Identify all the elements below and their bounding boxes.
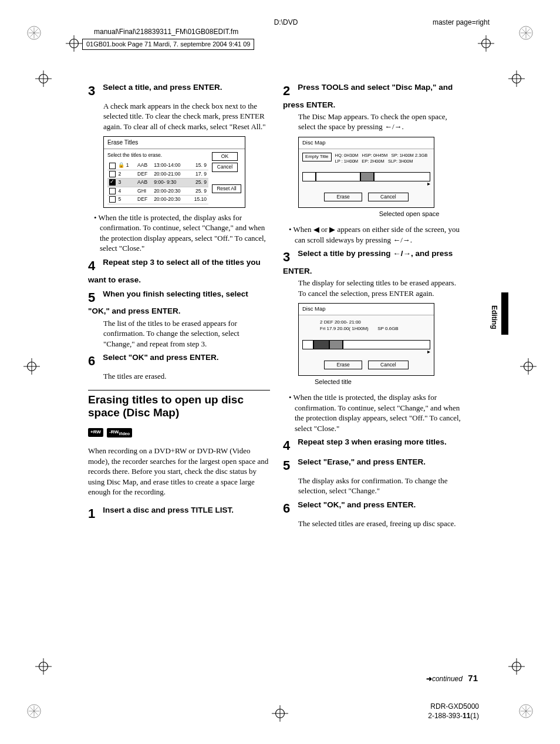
reg-mark bbox=[26, 703, 42, 719]
page-header: D:\DVD master page=right manual\Final\21… bbox=[82, 18, 490, 50]
step-5-head: When you finish selecting titles, select… bbox=[88, 289, 248, 316]
reg-mark bbox=[26, 25, 42, 41]
step-number: 5 bbox=[88, 289, 101, 307]
ok-button[interactable]: OK bbox=[212, 152, 238, 161]
cross-mark bbox=[272, 705, 288, 722]
dm1-title: Disc Map bbox=[299, 137, 434, 149]
step-6-head: Select "OK" and press ENTER. bbox=[103, 353, 218, 362]
step-6r-body: The selected titles are erased, freeing … bbox=[298, 519, 465, 529]
dm2-caption: Selected title bbox=[315, 378, 465, 386]
reset-all-button[interactable]: Reset All bbox=[212, 184, 241, 193]
step-3-head: Select a title, and press ENTER. bbox=[103, 83, 222, 92]
dm1-erase-button[interactable]: Erase bbox=[324, 193, 362, 201]
cross-mark bbox=[35, 658, 52, 675]
step-number: 3 bbox=[88, 82, 101, 100]
step-number: 4 bbox=[283, 437, 296, 455]
step-number: 2 bbox=[283, 82, 296, 100]
step-4r-head: Repeat step 3 when erasing more titles. bbox=[298, 437, 447, 446]
dm1-caption: Selected open space bbox=[353, 210, 465, 218]
table-row: 2DEF20:00-21:0017. 9 bbox=[107, 170, 208, 178]
section-intro: When recording on a DVD+RW or DVD-RW (Vi… bbox=[88, 446, 270, 497]
title-table: 🔒 1AAB13:00-14:0015. 9 2DEF20:00-21:0017… bbox=[107, 161, 208, 204]
cross-mark bbox=[508, 70, 525, 87]
section-title: Erasing titles to open up disc space (Di… bbox=[88, 390, 270, 420]
cancel-button[interactable]: Cancel bbox=[212, 163, 238, 171]
badge-plus-rw: +RW bbox=[88, 428, 103, 437]
erase-titles-panel: Erase Titles Select the titles to erase.… bbox=[103, 136, 245, 207]
step-2-body: The Disc Map appears. To check the open … bbox=[298, 112, 465, 132]
arrow-right-icon: ➜ bbox=[426, 675, 432, 683]
step-5r-head: Select "Erase," and press ENTER. bbox=[298, 457, 426, 466]
cross-mark bbox=[508, 658, 525, 675]
panel-title: Erase Titles bbox=[104, 137, 245, 149]
step-number: 6 bbox=[88, 352, 101, 370]
page-number: 71 bbox=[468, 673, 478, 683]
step-number: 3 bbox=[283, 248, 296, 266]
reg-mark bbox=[518, 25, 534, 41]
step-5r-body: The display asks for confirmation. To ch… bbox=[298, 476, 465, 496]
book-line: 01GB01.book Page 71 Mardi, 7. septembre … bbox=[82, 39, 254, 50]
dm1-empty-label: Empty Title bbox=[302, 153, 332, 161]
step-number: 1 bbox=[88, 505, 101, 523]
step-6r-head: Select "OK," and press ENTER. bbox=[298, 500, 416, 509]
section-tab-label: Editing bbox=[490, 305, 499, 329]
right-column: 2 Press TOOLS and select "Disc Map," and… bbox=[283, 82, 465, 532]
page-footer: RDR-GXD5000 2-188-393-11(1) bbox=[428, 702, 479, 721]
cross-mark bbox=[520, 358, 537, 375]
reg-mark bbox=[518, 703, 534, 719]
badge-minus-rw-video: -RWVideo bbox=[107, 428, 132, 437]
dm2-erase-button[interactable]: Erase bbox=[324, 361, 362, 369]
step-6-body: The titles are erased. bbox=[103, 371, 270, 382]
disc-map-panel-2: Disc Map 2 DEF 20:00- 21:00 Fri 17.9 20.… bbox=[298, 303, 434, 376]
step-3r-body: The display for selecting titles to be e… bbox=[298, 278, 465, 298]
disc-map-panel-1: Disc Map Empty Title HQ: 0H30M HSP: 0H45… bbox=[298, 137, 434, 208]
dm2-title: Disc Map bbox=[299, 304, 434, 315]
step-3-body: A check mark appears in the check box ne… bbox=[103, 101, 270, 132]
panel-instruction: Select the titles to erase. bbox=[107, 152, 208, 159]
step-5-body: The list of the titles to be erased appe… bbox=[103, 318, 270, 349]
table-row: ✓ 3AAB9:00- 9:3025. 9 bbox=[107, 179, 208, 187]
step-number: 4 bbox=[88, 257, 101, 275]
step-3-note: • When the title is protected, the displ… bbox=[94, 213, 270, 254]
continued-indicator: ➜continued 71 bbox=[426, 672, 478, 684]
header-path-2: manual\Final\218839311_FM\01GB08EDIT.fm bbox=[94, 27, 490, 36]
footer-code: 2-188-393-11(1) bbox=[428, 711, 479, 721]
step-2-head: Press TOOLS and select "Disc Map," and p… bbox=[283, 83, 453, 109]
step-2-note: • When ◀ or ▶ appears on either side of … bbox=[289, 224, 465, 245]
step-3r-note: • When the title is protected, the displ… bbox=[289, 392, 465, 433]
section-tab-bar bbox=[501, 292, 508, 335]
table-row: 4GHI20:00-20:3025. 9 bbox=[107, 187, 208, 195]
table-row: 5DEF20:00-20:3015.10 bbox=[107, 196, 208, 204]
master-page-label: master page=right bbox=[433, 18, 490, 27]
step-3r-head: Select a title by pressing ←/→, and pres… bbox=[283, 249, 453, 275]
step-number: 5 bbox=[283, 457, 296, 474]
step-number: 6 bbox=[283, 500, 296, 517]
cross-mark bbox=[66, 35, 82, 52]
table-row: 🔒 1AAB13:00-14:0015. 9 bbox=[107, 161, 208, 170]
cross-mark bbox=[35, 70, 52, 87]
dm1-cancel-button[interactable]: Cancel bbox=[368, 193, 408, 201]
footer-model: RDR-GXD5000 bbox=[428, 702, 479, 711]
dm2-cancel-button[interactable]: Cancel bbox=[368, 361, 408, 369]
cross-mark bbox=[23, 358, 40, 375]
step-4-head: Repeat step 3 to select all of the title… bbox=[88, 258, 261, 284]
header-path-1: D:\DVD bbox=[82, 18, 490, 27]
step-1-head: Insert a disc and press TITLE LIST. bbox=[103, 506, 234, 514]
left-column: 3 Select a title, and press ENTER. A che… bbox=[88, 82, 270, 532]
